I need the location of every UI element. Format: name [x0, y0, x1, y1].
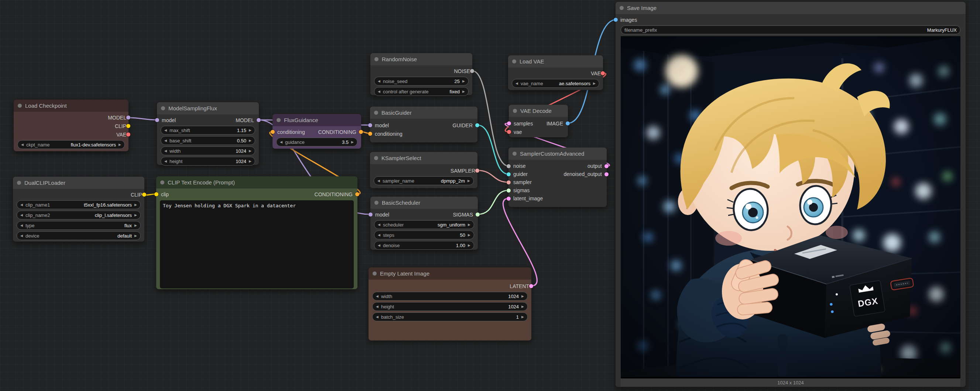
input-port-sigmas[interactable]	[507, 188, 511, 193]
node-header[interactable]: RandomNoise	[371, 53, 472, 65]
input-port-model[interactable]	[369, 212, 372, 217]
node-header[interactable]: Load VAE	[508, 55, 603, 68]
widget-steps[interactable]: ◀steps50▶	[374, 231, 474, 239]
widget-noise-seed[interactable]: ◀noise_seed25▶	[374, 77, 469, 85]
widget-sampler-name[interactable]: ◀sampler_namedpmpp_2m▶	[374, 176, 474, 185]
arrow-right-icon[interactable]: ▶	[522, 305, 524, 309]
arrow-left-icon[interactable]: ◀	[164, 139, 167, 142]
node-empty-latent-image[interactable]: Empty Latent Image LATENT ◀width1024▶ ◀h…	[369, 268, 531, 340]
input-port-model[interactable]	[368, 123, 372, 127]
node-header[interactable]: ModelSamplingFlux	[157, 102, 259, 114]
node-flux-guidance[interactable]: FluxGuidance conditioningCONDITIONING ◀g…	[272, 114, 361, 149]
input-port-clip[interactable]	[154, 192, 158, 196]
arrow-left-icon[interactable]: ◀	[20, 223, 23, 227]
arrow-right-icon[interactable]: ▶	[134, 213, 137, 217]
widget-height[interactable]: ◀height1024▶	[372, 302, 528, 311]
widget-batch-size[interactable]: ◀batch_size1▶	[372, 312, 528, 321]
collapse-dot[interactable]	[277, 118, 281, 122]
arrow-left-icon[interactable]: ◀	[20, 234, 23, 237]
input-port-model[interactable]	[155, 118, 159, 122]
node-header[interactable]: BasicScheduler	[371, 196, 478, 209]
collapse-dot[interactable]	[17, 181, 21, 185]
input-port-noise[interactable]	[507, 164, 511, 168]
collapse-dot[interactable]	[161, 106, 165, 110]
node-save-image[interactable]: Save Image images filename_prefixMarkury…	[616, 2, 966, 387]
arrow-right-icon[interactable]: ▶	[468, 223, 471, 226]
widget-clip-name2[interactable]: ◀clip_name2clip_l.safetensors▶	[17, 211, 141, 220]
widget-ckpt-name[interactable]: ◀ckpt_nameflux1-dev.safetensors▶	[18, 140, 125, 149]
input-port-samples[interactable]	[507, 121, 511, 125]
widget-scheduler[interactable]: ◀schedulersgm_uniform▶	[374, 220, 474, 229]
widget-width[interactable]: ◀width1024▶	[161, 146, 255, 155]
output-port-vae[interactable]	[126, 133, 130, 136]
collapse-dot[interactable]	[18, 104, 22, 108]
widget-max-shift[interactable]: ◀max_shift1.15▶	[161, 126, 255, 135]
output-port-conditioning[interactable]	[359, 130, 363, 134]
input-port-vae[interactable]	[507, 130, 511, 134]
collapse-dot[interactable]	[374, 201, 379, 205]
arrow-left-icon[interactable]: ◀	[378, 223, 380, 226]
node-header[interactable]: KSamplerSelect	[370, 152, 477, 164]
arrow-left-icon[interactable]: ◀	[164, 159, 167, 163]
arrow-left-icon[interactable]: ◀	[21, 143, 24, 146]
node-clip-text-encode[interactable]: CLIP Text Encode (Prompt) clipCONDITIONI…	[156, 176, 358, 289]
node-load-checkpoint[interactable]: Load Checkpoint MODEL CLIP VAE ◀ckpt_nam…	[14, 100, 129, 151]
collapse-dot[interactable]	[512, 152, 517, 156]
arrow-left-icon[interactable]: ◀	[378, 233, 380, 237]
widget-clip-name1[interactable]: ◀clip_name1t5xxl_fp16.safetensors▶	[17, 200, 141, 209]
collapse-dot[interactable]	[513, 109, 517, 113]
arrow-right-icon[interactable]: ▶	[522, 294, 524, 298]
arrow-right-icon[interactable]: ▶	[249, 139, 251, 142]
arrow-right-icon[interactable]: ▶	[134, 223, 137, 227]
node-random-noise[interactable]: RandomNoise NOISE ◀noise_seed25▶ ◀contro…	[371, 53, 472, 95]
collapse-dot[interactable]	[374, 111, 378, 115]
arrow-right-icon[interactable]: ▶	[119, 143, 121, 146]
arrow-left-icon[interactable]: ◀	[20, 213, 23, 217]
prompt-textarea[interactable]: Toy Jensen holding a DGX Spark in a data…	[160, 200, 354, 288]
collapse-dot[interactable]	[372, 271, 377, 275]
node-header[interactable]: BasicGuider	[370, 107, 477, 119]
collapse-dot[interactable]	[374, 57, 379, 61]
arrow-left-icon[interactable]: ◀	[377, 179, 380, 183]
input-port-latent-image[interactable]	[507, 196, 511, 201]
arrow-left-icon[interactable]: ◀	[378, 79, 380, 83]
output-port-latent[interactable]	[529, 284, 533, 288]
arrow-right-icon[interactable]: ▶	[593, 82, 596, 85]
widget-base-shift[interactable]: ◀base_shift0.50▶	[161, 136, 255, 145]
widget-filename-prefix[interactable]: filename_prefixMarkuryFLUX	[621, 25, 961, 34]
widget-device[interactable]: ◀devicedefault▶	[17, 231, 141, 240]
node-load-vae[interactable]: Load VAE VAE ◀vae_nameae.safetensors▶	[508, 55, 603, 90]
node-header[interactable]: Save Image	[616, 2, 966, 14]
arrow-right-icon[interactable]: ▶	[249, 128, 251, 132]
widget-type[interactable]: ◀typeflux▶	[17, 221, 141, 230]
output-port-sigmas[interactable]	[476, 212, 480, 217]
node-header[interactable]: Empty Latent Image	[369, 268, 531, 280]
widget-vae-name[interactable]: ◀vae_nameae.safetensors▶	[512, 79, 599, 88]
arrow-left-icon[interactable]: ◀	[378, 244, 380, 247]
node-header[interactable]: SamplerCustomAdvanced	[509, 147, 607, 160]
arrow-right-icon[interactable]: ▶	[522, 315, 524, 319]
node-ksampler-select[interactable]: KSamplerSelect SAMPLER ◀sampler_namedpmp…	[370, 152, 477, 187]
input-port-conditioning[interactable]	[270, 130, 275, 134]
node-model-sampling-flux[interactable]: ModelSamplingFlux modelMODEL ◀max_shift1…	[157, 102, 259, 165]
input-port-guider[interactable]	[507, 172, 511, 176]
collapse-dot[interactable]	[160, 180, 164, 184]
output-port-output[interactable]	[605, 164, 609, 168]
output-port-sampler[interactable]	[475, 169, 479, 173]
output-port-noise[interactable]	[470, 69, 474, 73]
arrow-left-icon[interactable]: ◀	[280, 140, 283, 144]
node-header[interactable]: Load Checkpoint	[14, 100, 129, 112]
collapse-dot[interactable]	[512, 59, 516, 63]
output-port-clip[interactable]	[142, 193, 146, 196]
widget-denoise[interactable]: ◀denoise1.00▶	[374, 241, 474, 250]
arrow-right-icon[interactable]: ▶	[351, 140, 354, 144]
output-port-denoised-output[interactable]	[605, 172, 609, 176]
arrow-left-icon[interactable]: ◀	[378, 90, 380, 93]
output-port-guider[interactable]	[475, 123, 479, 127]
input-port-conditioning[interactable]	[368, 132, 372, 136]
node-basic-guider[interactable]: BasicGuider modelGUIDER conditioning	[370, 107, 477, 142]
arrow-left-icon[interactable]: ◀	[20, 203, 23, 207]
node-header[interactable]: DualCLIPLoader	[13, 177, 145, 189]
arrow-left-icon[interactable]: ◀	[376, 294, 379, 298]
arrow-right-icon[interactable]: ▶	[134, 234, 137, 237]
